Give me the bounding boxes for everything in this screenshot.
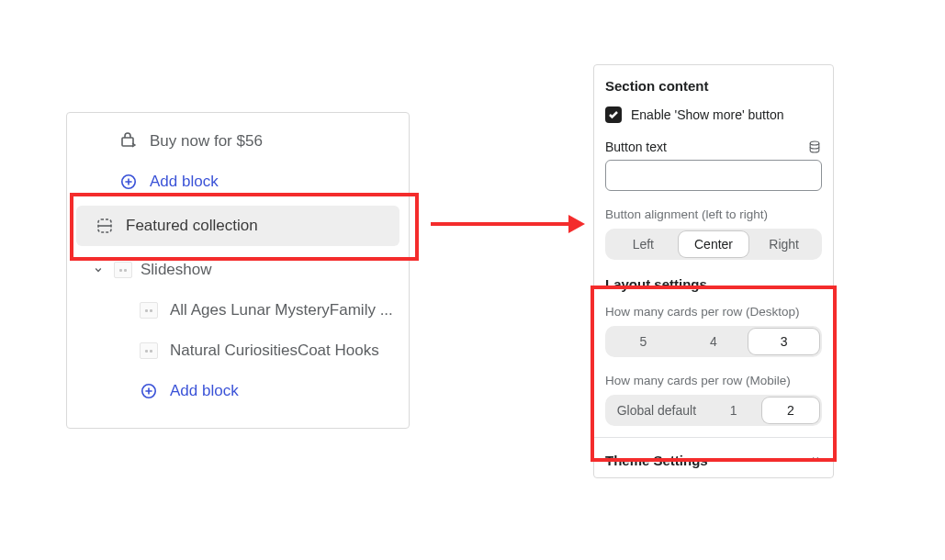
theme-settings-label: Theme Settings bbox=[605, 453, 708, 468]
checkbox-checked-icon[interactable] bbox=[605, 106, 622, 123]
add-block-button-1[interactable]: Add block bbox=[67, 162, 409, 202]
section-content-heading: Section content bbox=[605, 78, 822, 94]
cards-mobile-label: How many cards per row (Mobile) bbox=[605, 374, 822, 387]
button-text-label: Button text bbox=[605, 140, 667, 154]
cards-mobile-global[interactable]: Global default bbox=[608, 398, 705, 423]
slide-item-2-label: Natural CuriositiesCoat Hooks bbox=[170, 342, 379, 360]
button-alignment-label: Button alignment (left to right) bbox=[605, 207, 822, 221]
section-featured-collection-label: Featured collection bbox=[126, 217, 258, 235]
cards-desktop-segmented: 5 4 3 bbox=[605, 326, 822, 357]
slide-item-1[interactable]: All Ages Lunar MysteryFamily ... bbox=[67, 290, 409, 330]
align-left-option[interactable]: Left bbox=[608, 231, 679, 257]
enable-show-more-row[interactable]: Enable 'Show more' button bbox=[605, 106, 822, 123]
enable-show-more-label: Enable 'Show more' button bbox=[631, 107, 783, 122]
svg-rect-0 bbox=[122, 138, 133, 146]
annotation-arrow bbox=[431, 218, 585, 230]
plus-circle-icon bbox=[139, 381, 159, 401]
section-slideshow[interactable]: Slideshow bbox=[67, 250, 409, 290]
cards-desktop-4[interactable]: 4 bbox=[679, 329, 749, 354]
chevron-down-icon bbox=[809, 453, 822, 468]
svg-point-4 bbox=[810, 141, 819, 145]
settings-panel: Section content Enable 'Show more' butto… bbox=[593, 64, 834, 478]
add-block-button-2[interactable]: Add block bbox=[67, 371, 409, 411]
section-icon bbox=[95, 216, 115, 236]
align-center-option[interactable]: Center bbox=[679, 231, 749, 257]
plus-circle-icon bbox=[118, 172, 139, 192]
database-icon[interactable] bbox=[807, 140, 822, 154]
slide-item-1-label: All Ages Lunar MysteryFamily ... bbox=[170, 301, 393, 319]
slide-item-2[interactable]: Natural CuriositiesCoat Hooks bbox=[67, 330, 409, 371]
section-featured-collection[interactable]: Featured collection bbox=[76, 206, 399, 246]
cards-mobile-segmented: Global default 1 2 bbox=[605, 395, 822, 426]
theme-settings-toggle[interactable]: Theme Settings bbox=[605, 451, 822, 468]
add-block-label: Add block bbox=[150, 173, 219, 191]
cards-desktop-5[interactable]: 5 bbox=[608, 329, 679, 354]
block-buy-now-label: Buy now for $56 bbox=[150, 132, 263, 151]
thumbnail-icon bbox=[139, 341, 159, 361]
alignment-segmented: Left Center Right bbox=[605, 229, 822, 260]
cart-icon bbox=[118, 131, 139, 151]
thumbnail-icon bbox=[113, 260, 133, 280]
block-buy-now[interactable]: Buy now for $56 bbox=[67, 121, 409, 162]
thumbnail-icon bbox=[139, 300, 159, 320]
button-text-input[interactable] bbox=[605, 160, 822, 191]
layout-settings-heading: Layout settings bbox=[605, 276, 822, 292]
section-slideshow-label: Slideshow bbox=[141, 261, 212, 279]
align-right-option[interactable]: Right bbox=[748, 231, 819, 257]
cards-mobile-2[interactable]: 2 bbox=[762, 398, 819, 423]
cards-mobile-1[interactable]: 1 bbox=[705, 398, 762, 423]
add-block-label: Add block bbox=[170, 382, 239, 400]
cards-desktop-3[interactable]: 3 bbox=[748, 329, 819, 354]
chevron-down-icon bbox=[91, 260, 106, 280]
divider bbox=[594, 437, 833, 438]
cards-desktop-label: How many cards per row (Desktop) bbox=[605, 305, 822, 319]
theme-editor-tree: Buy now for $56 Add block Featured colle… bbox=[66, 112, 410, 429]
